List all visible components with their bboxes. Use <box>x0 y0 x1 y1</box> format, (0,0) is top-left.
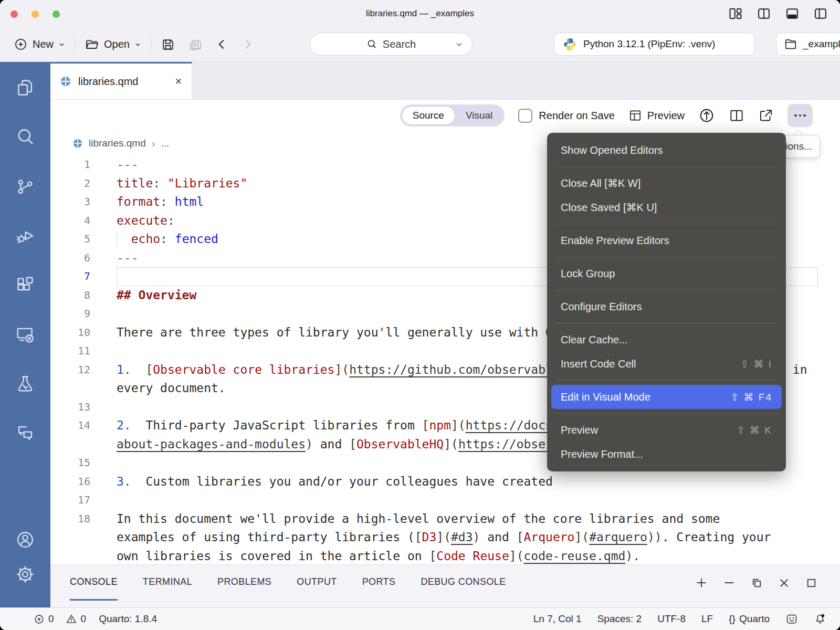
split-editor-layout-icon[interactable] <box>756 6 772 22</box>
code-line[interactable]: own libraries is covered in the article … <box>50 547 840 565</box>
menu-item-show-opened-editors[interactable]: Show Opened Editors <box>547 138 786 162</box>
quarto-logo-icon <box>72 138 83 149</box>
close-tab-icon[interactable]: ✕ <box>175 76 182 87</box>
maximize-panel-icon[interactable] <box>805 576 818 590</box>
panel-tab-debug-console[interactable]: DEBUG CONSOLE <box>421 565 506 601</box>
menu-item-configure-editors[interactable]: Configure Editors <box>547 295 786 319</box>
code-line[interactable]: examples of using third-party libraries … <box>50 528 840 547</box>
menu-item-preview[interactable]: Preview⇧ ⌘ K <box>547 418 786 442</box>
panel-tab-output[interactable]: OUTPUT <box>297 565 337 601</box>
save-all-button[interactable] <box>182 33 209 56</box>
line-number: 16 <box>50 472 90 491</box>
more-actions-button[interactable] <box>788 104 813 127</box>
eol-status[interactable]: LF <box>701 613 713 625</box>
search-icon[interactable] <box>15 127 35 147</box>
explorer-icon[interactable] <box>15 78 35 98</box>
line-number: 18 <box>50 510 90 529</box>
encoding-status[interactable]: UTF-8 <box>657 613 686 625</box>
warning-icon <box>66 613 77 625</box>
toggle-secondary-sidebar-icon[interactable] <box>813 6 828 22</box>
new-plus-icon <box>14 37 28 51</box>
run-debug-icon[interactable] <box>15 226 35 246</box>
panel-tab-console[interactable]: CONSOLE <box>70 565 118 601</box>
testing-icon[interactable] <box>15 374 35 394</box>
code-line[interactable]: 18In this document we'll provide a high-… <box>50 510 840 529</box>
menu-item-edit-in-visual-mode[interactable]: Edit in Visual Mode⇧ ⌘ F4 <box>551 385 782 409</box>
line-number <box>50 379 90 398</box>
editor-action-bar: Source Visual Render on Save Preview <box>50 100 840 131</box>
interpreter-label: Python 3.12.1 (PipEnv: .venv) <box>583 38 715 50</box>
menu-item-lock-group[interactable]: Lock Group <box>547 261 786 286</box>
line-number: 11 <box>50 342 90 361</box>
braces-icon: {} <box>729 613 736 625</box>
menu-item-preview-format[interactable]: Preview Format... <box>547 442 786 466</box>
preview-label: Preview <box>647 110 685 122</box>
account-icon[interactable] <box>15 530 35 550</box>
visual-mode-button[interactable]: Visual <box>455 106 503 125</box>
chevron-right-icon: › <box>152 138 155 150</box>
breadcrumb-symbol[interactable]: ... <box>161 138 169 149</box>
menu-separator <box>555 257 778 257</box>
quarto-version-status[interactable]: Quarto: 1.8.4 <box>99 613 157 625</box>
close-panel-icon[interactable] <box>778 576 791 590</box>
workspace-folder-button[interactable]: _examples <box>776 33 840 56</box>
navigate-back-button[interactable] <box>209 33 235 56</box>
cursor-position-status[interactable]: Ln 7, Col 1 <box>533 613 582 625</box>
breadcrumb-file[interactable]: libraries.qmd <box>89 138 146 149</box>
customize-layout-icon[interactable] <box>728 6 743 22</box>
line-number: 15 <box>50 454 90 472</box>
menu-item-close-saved-k-u[interactable]: Close Saved [⌘K U] <box>547 195 786 219</box>
preview-button[interactable]: Preview <box>628 109 685 122</box>
render-on-save-checkbox[interactable] <box>518 109 532 123</box>
open-in-new-window-icon[interactable] <box>758 108 774 123</box>
chat-icon[interactable] <box>15 423 35 443</box>
minimize-panel-icon[interactable] <box>722 576 736 590</box>
remote-explorer-icon[interactable] <box>15 324 35 344</box>
notifications-bell-icon[interactable] <box>814 613 826 625</box>
workspace-label: _examples <box>803 38 840 50</box>
source-mode-button[interactable]: Source <box>402 106 455 125</box>
new-button[interactable]: New <box>7 33 71 56</box>
code-line[interactable]: 163. Custom libraries you and/or your co… <box>50 472 840 491</box>
plus-icon[interactable] <box>695 576 708 590</box>
error-icon <box>34 614 45 625</box>
menu-separator <box>555 290 778 290</box>
panel-tab-problems[interactable]: PROBLEMS <box>217 565 271 601</box>
error-count: 0 <box>48 613 54 625</box>
menu-separator <box>555 224 778 224</box>
render-publish-icon[interactable] <box>698 107 715 124</box>
line-number: 12 <box>50 361 90 380</box>
indentation-status[interactable]: Spaces: 2 <box>597 613 642 625</box>
panel-tab-ports[interactable]: PORTS <box>362 565 396 601</box>
interpreter-selector[interactable]: Python 3.12.1 (PipEnv: .venv) <box>554 33 754 56</box>
toggle-panel-icon[interactable] <box>784 6 800 22</box>
source-control-icon[interactable] <box>15 176 35 196</box>
menu-separator <box>555 323 778 323</box>
settings-icon[interactable] <box>15 564 35 584</box>
warning-count: 0 <box>81 613 87 625</box>
menu-item-close-all-k-w[interactable]: Close All [⌘K W] <box>547 171 786 195</box>
feedback-smiley-icon[interactable] <box>785 613 798 625</box>
quarto-logo-icon <box>60 76 71 87</box>
code-line[interactable]: 17 <box>50 491 840 510</box>
save-button[interactable] <box>154 33 182 56</box>
render-on-save-label: Render on Save <box>539 110 615 122</box>
navigate-forward-button[interactable] <box>235 33 260 56</box>
folder-icon <box>784 37 797 51</box>
menu-item-clear-cache[interactable]: Clear Cache... <box>547 328 786 352</box>
search-placeholder: Search <box>383 38 416 50</box>
open-button[interactable]: Open <box>78 33 148 56</box>
line-number <box>50 547 90 565</box>
menu-item-insert-code-cell[interactable]: Insert Code Cell⇧ ⌘ I <box>547 352 786 376</box>
extensions-icon[interactable] <box>15 275 35 295</box>
render-on-save-control: Render on Save <box>518 109 615 123</box>
problems-status[interactable]: 0 0 <box>34 613 86 625</box>
split-editor-icon[interactable] <box>729 108 744 123</box>
menu-item-enable-preview-editors[interactable]: Enable Preview Editors <box>547 228 786 253</box>
editor-tab-bar: libraries.qmd ✕ <box>50 62 840 100</box>
restore-panel-icon[interactable] <box>750 576 763 590</box>
language-mode-status[interactable]: {} Quarto <box>729 613 770 625</box>
panel-tab-terminal[interactable]: TERMINAL <box>143 565 192 601</box>
tab-libraries-qmd[interactable]: libraries.qmd ✕ <box>50 62 192 99</box>
global-search-box[interactable]: Search <box>310 33 472 56</box>
